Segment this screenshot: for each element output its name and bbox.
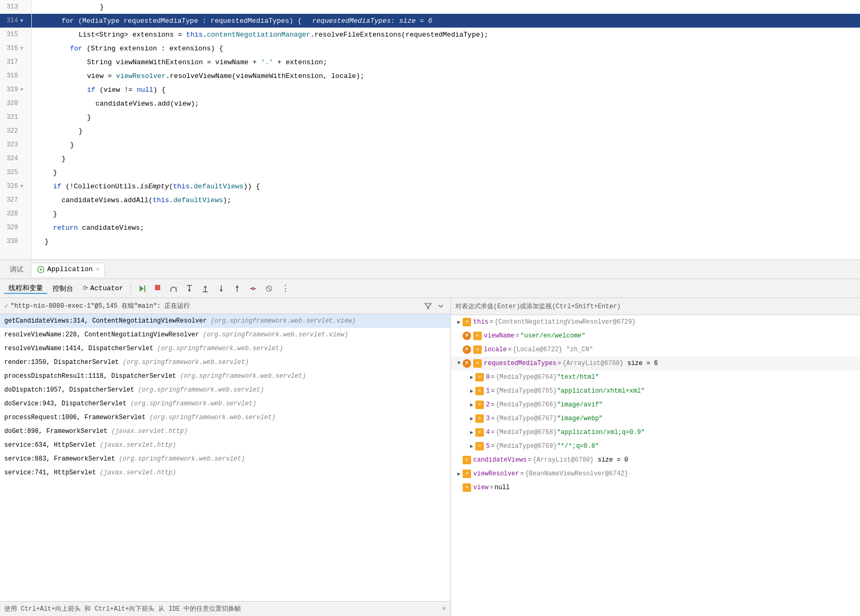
application-tab-label: Application: [47, 265, 93, 273]
line-num-316: 316: [2, 45, 18, 52]
stack-item-10[interactable]: service:883, FrameworkServlet (org.sprin…: [0, 452, 450, 466]
close-status-button[interactable]: ×: [442, 605, 446, 613]
stack-item-text-10: service:883, FrameworkServlet (org.sprin…: [4, 455, 245, 463]
stack-item-7[interactable]: processRequest:1006, FrameworkServlet (o…: [0, 411, 450, 424]
var-item-5[interactable]: ▶ ≡ 5 = {MediaType@6769} "*/*;q=0.8": [451, 439, 860, 453]
application-icon: [37, 265, 45, 274]
debug-tab-label: 调试: [10, 265, 23, 274]
step-into-button[interactable]: [182, 281, 197, 296]
step-over-button[interactable]: [166, 281, 181, 296]
svg-line-22: [267, 287, 271, 291]
svg-marker-12: [204, 285, 207, 288]
line-num-329: 329: [2, 224, 18, 231]
line-numbers: 313 314▼ 315 316▼ 317 318 319▼ 320 321 3…: [0, 0, 32, 259]
var-arrow-3[interactable]: ▶: [468, 415, 475, 422]
stack-item-1[interactable]: resolveViewName:228, ContentNegotiatingV…: [0, 328, 450, 342]
code-line-313: }: [32, 0, 860, 14]
toolbar-actuator[interactable]: ⟳ Actuator: [79, 284, 127, 292]
code-line-319: if (view != null) {: [32, 83, 860, 97]
svg-point-20: [252, 288, 254, 290]
more-options-button[interactable]: ⋮: [277, 281, 292, 296]
var-arrow-4[interactable]: ▶: [468, 429, 475, 436]
var-item-1[interactable]: ▶ ≡ 1 = {MediaType@6765} "application/xh…: [451, 384, 860, 398]
var-item-3[interactable]: ▶ ≡ 3 = {MediaType@6767} "image/webp": [451, 412, 860, 426]
toolbar-console-label[interactable]: 控制台: [48, 284, 77, 293]
var-item-viewname[interactable]: ▶ P ≡ viewName = "user/en/welcome": [451, 329, 860, 343]
tab-close-button[interactable]: ×: [96, 266, 100, 273]
expand-button[interactable]: [436, 301, 446, 311]
line-num-318: 318: [2, 72, 18, 80]
code-line-323: }: [32, 138, 860, 152]
svg-marker-2: [140, 285, 144, 292]
var-icon-locale: ≡: [473, 345, 482, 354]
var-arrow-vr[interactable]: ▶: [455, 470, 463, 478]
var-item-viewresolver[interactable]: ▶ ≡ viewResolver = {BeanNameViewResolver…: [451, 467, 860, 481]
stack-item-text-5: doDispatch:1057, DispatcherServlet (org.…: [4, 386, 264, 394]
stack-item-4[interactable]: processDispatchResult:1118, DispatcherSe…: [0, 369, 450, 383]
var-arrow-1[interactable]: ▶: [468, 387, 475, 395]
var-item-4[interactable]: ▶ ≡ 4 = {MediaType@6768} "application/xm…: [451, 426, 860, 439]
code-line-316: for (String extension : extensions) {: [32, 41, 860, 55]
stack-item-0[interactable]: getCandidateViews:314, ContentNegotiatin…: [0, 314, 450, 328]
step-out-button[interactable]: [198, 281, 213, 296]
status-bar-text: 使用 Ctrl+Alt+向上箭头 和 Ctrl+Alt+向下箭头 从 IDE 中…: [4, 604, 241, 613]
resume-button[interactable]: [134, 281, 149, 296]
code-line-324: }: [32, 152, 860, 166]
var-arrow-rmt[interactable]: ▼: [455, 360, 463, 367]
code-line-318: view = viewResolver.resolveViewName(view…: [32, 69, 860, 83]
stack-item-text-3: render:1350, DispatcherServlet (org.spri…: [4, 359, 249, 366]
eval-hint-text: 对表达式求值(Enter)或添加监视(Ctrl+Shift+Enter): [455, 302, 621, 311]
line-num-328: 328: [2, 210, 18, 218]
code-line-322: }: [32, 124, 860, 138]
code-editor: 313 314▼ 315 316▼ 317 318 319▼ 320 321 3…: [0, 0, 860, 260]
var-item-2[interactable]: ▶ ≡ 2 = {MediaType@6766} "image/avif": [451, 398, 860, 412]
stack-item-5[interactable]: doDispatch:1057, DispatcherServlet (org.…: [0, 383, 450, 397]
var-icon-5: ≡: [475, 442, 484, 450]
variables-pane: 对表达式求值(Enter)或添加监视(Ctrl+Shift+Enter) ▶ ≡…: [451, 298, 860, 616]
line-num-313: 313: [2, 3, 18, 11]
code-content[interactable]: } for (MediaType requestedMediaType : re…: [32, 0, 860, 259]
stack-item-8[interactable]: doGet:898, FrameworkServlet (javax.servl…: [0, 424, 450, 438]
stack-item-3[interactable]: render:1350, DispatcherServlet (org.spri…: [0, 355, 450, 369]
line-num-322: 322: [2, 127, 18, 135]
step-up-button[interactable]: [230, 281, 245, 296]
stack-list[interactable]: getCandidateViews:314, ContentNegotiatin…: [0, 314, 450, 601]
var-icon-this: ≡: [463, 318, 471, 326]
var-item-requestedmediatypes[interactable]: ▼ P ≡ requestedMediaTypes = {ArrayList@6…: [451, 357, 860, 370]
mute-breakpoints-button[interactable]: [262, 281, 276, 296]
line-num-330: 330: [2, 238, 18, 245]
var-arrow-0[interactable]: ▶: [468, 374, 475, 381]
step-down-button[interactable]: [214, 281, 229, 296]
tab-application[interactable]: Application ×: [31, 263, 105, 276]
stack-item-9[interactable]: service:634, HttpServlet (javax.servlet.…: [0, 438, 450, 452]
eval-bar[interactable]: 对表达式求值(Enter)或添加监视(Ctrl+Shift+Enter): [451, 298, 860, 315]
var-arrow-2[interactable]: ▶: [468, 401, 475, 409]
stack-item-6[interactable]: doService:943, DispatcherServlet (org.sp…: [0, 397, 450, 411]
var-list[interactable]: ▶ ≡ this = {ContentNegotiatingViewResolv…: [451, 315, 860, 616]
tab-debug[interactable]: 调试: [4, 263, 29, 276]
var-item-this[interactable]: ▶ ≡ this = {ContentNegotiatingViewResolv…: [451, 315, 860, 329]
line-num-317: 317: [2, 58, 18, 66]
var-icon-4: ≡: [475, 428, 484, 437]
var-arrow-5[interactable]: ▶: [468, 443, 475, 450]
stack-item-text-11: service:741, HttpServlet (javax.servlet.…: [4, 469, 176, 476]
stack-item-text-0: getCandidateViews:314, ContentNegotiatin…: [4, 317, 356, 325]
var-icon-1: ≡: [475, 387, 484, 395]
var-arrow-this[interactable]: ▶: [455, 318, 463, 326]
filter-button[interactable]: [423, 301, 433, 311]
code-line-320: candidateViews.add(view);: [32, 97, 860, 110]
var-icon-3: ≡: [475, 414, 484, 423]
var-item-view[interactable]: ▶ ≡ view = null: [451, 481, 860, 494]
var-item-candidateviews[interactable]: ▶ ≡ candidateViews = {ArrayList@6780} si…: [451, 453, 860, 467]
stack-item-11[interactable]: service:741, HttpServlet (javax.servlet.…: [0, 466, 450, 480]
toolbar-threads-label[interactable]: 线程和变量: [4, 283, 47, 294]
stop-button[interactable]: [150, 281, 165, 296]
disconnect-button[interactable]: [246, 281, 260, 296]
var-item-0[interactable]: ▶ ≡ 0 = {MediaType@6764} "text/html": [451, 370, 860, 384]
protected-icon: P: [463, 332, 471, 340]
svg-point-1: [40, 268, 42, 271]
line-num-319: 319: [2, 86, 18, 93]
var-item-locale[interactable]: ▶ P ≡ locale = {Locale@6722} "zh_CN": [451, 343, 860, 357]
line-num-315: 315: [2, 31, 18, 38]
stack-item-2[interactable]: resolveViewName:1414, DispatcherServlet …: [0, 342, 450, 355]
